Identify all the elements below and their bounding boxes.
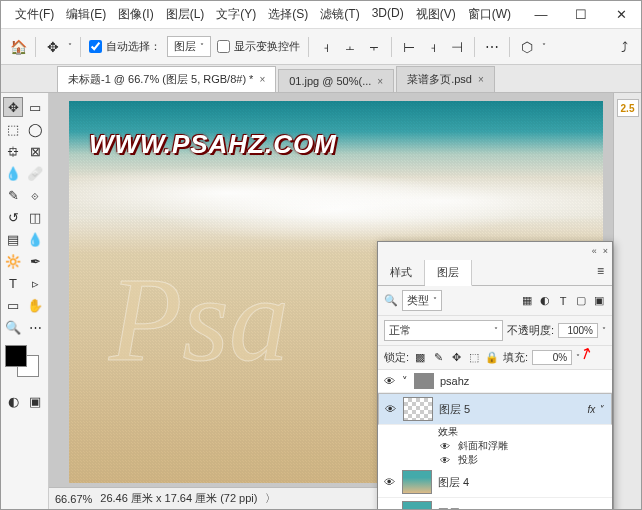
- tab-1[interactable]: 01.jpg @ 50%(...×: [278, 69, 394, 92]
- path-tool[interactable]: ▹: [25, 273, 45, 293]
- panel-menu-icon[interactable]: ≡: [589, 260, 612, 285]
- 3d-mode-icon[interactable]: ⬡: [518, 38, 536, 56]
- tab-styles[interactable]: 样式: [378, 260, 425, 285]
- eyedropper-tool[interactable]: 💧: [3, 163, 23, 183]
- move-tool[interactable]: ✥: [3, 97, 23, 117]
- auto-select-label: 自动选择：: [106, 39, 161, 54]
- show-transform-checkbox[interactable]: [217, 40, 230, 53]
- close-icon[interactable]: ×: [478, 74, 484, 85]
- align-left-icon[interactable]: ⊢: [400, 38, 418, 56]
- layer-group[interactable]: 👁 ˅ psahz: [378, 370, 612, 393]
- layer-row[interactable]: 👁 图层 5 fx ˅: [378, 393, 612, 425]
- filter-pixel-icon[interactable]: ▦: [520, 294, 534, 308]
- align-top-icon[interactable]: ⫞: [317, 38, 335, 56]
- fx-badge[interactable]: fx ˅: [587, 404, 607, 415]
- move-tool-icon[interactable]: ✥: [44, 38, 62, 56]
- zoom-level[interactable]: 66.67%: [55, 493, 92, 505]
- close-icon[interactable]: ×: [377, 76, 383, 87]
- maximize-button[interactable]: ☐: [561, 2, 601, 28]
- stamp-tool[interactable]: ⟐: [25, 185, 45, 205]
- effects-label[interactable]: 效果: [378, 425, 612, 439]
- visibility-icon[interactable]: 👁: [382, 375, 396, 387]
- lock-position-icon[interactable]: ✥: [449, 351, 463, 365]
- filter-kind-dropdown[interactable]: 类型˅: [402, 290, 442, 311]
- menu-type[interactable]: 文字(Y): [210, 2, 262, 27]
- menu-3d[interactable]: 3D(D): [366, 2, 410, 27]
- dock-value[interactable]: 2.5: [617, 99, 639, 117]
- home-icon[interactable]: 🏠: [9, 38, 27, 56]
- filter-shape-icon[interactable]: ▢: [574, 294, 588, 308]
- lasso-tool[interactable]: ◯: [25, 119, 45, 139]
- collapse-icon[interactable]: «: [592, 246, 597, 256]
- opacity-input[interactable]: 100%: [558, 323, 598, 338]
- align-hcenter-icon[interactable]: ⫞: [424, 38, 442, 56]
- brush-tool[interactable]: ✎: [3, 185, 23, 205]
- pen-tool[interactable]: ✒: [25, 251, 45, 271]
- artboard-tool[interactable]: ▭: [25, 97, 45, 117]
- right-dock: 2.5: [613, 93, 641, 509]
- marquee-tool[interactable]: ⬚: [3, 119, 23, 139]
- menu-image[interactable]: 图像(I): [112, 2, 159, 27]
- menu-window[interactable]: 窗口(W): [462, 2, 517, 27]
- eraser-tool[interactable]: ◫: [25, 207, 45, 227]
- menu-select[interactable]: 选择(S): [262, 2, 314, 27]
- auto-select-dropdown[interactable]: 图层˅: [167, 36, 211, 57]
- quickmask-tool[interactable]: ◐: [3, 391, 23, 411]
- auto-select-checkbox[interactable]: [89, 40, 102, 53]
- align-right-icon[interactable]: ⊣: [448, 38, 466, 56]
- close-icon[interactable]: ×: [259, 74, 265, 85]
- dodge-tool[interactable]: 🔆: [3, 251, 23, 271]
- color-swatches[interactable]: [3, 345, 43, 381]
- menu-filter[interactable]: 滤镜(T): [314, 2, 365, 27]
- document-tabs: 未标题-1 @ 66.7% (图层 5, RGB/8#) *× 01.jpg @…: [1, 65, 641, 93]
- edit-toolbar[interactable]: ⋯: [25, 317, 45, 337]
- visibility-icon[interactable]: 👁: [383, 403, 397, 415]
- layer-row[interactable]: 👁 图层 4: [378, 467, 612, 498]
- folder-icon: [414, 373, 434, 389]
- effect-bevel[interactable]: 👁斜面和浮雕: [378, 439, 612, 453]
- visibility-icon[interactable]: 👁: [382, 507, 396, 509]
- lock-transparent-icon[interactable]: ▩: [413, 351, 427, 365]
- layer-thumb[interactable]: [402, 501, 432, 509]
- tab-layers[interactable]: 图层: [425, 260, 472, 286]
- layer-row[interactable]: 👁 图层 1: [378, 498, 612, 509]
- toolbox: ✥▭ ⬚◯ ⯐⊠ 💧🩹 ✎⟐ ↺◫ ▤💧 🔆✒ T▹ ▭✋ 🔍⋯ ◐▣: [1, 93, 49, 509]
- blur-tool[interactable]: 💧: [25, 229, 45, 249]
- layer-thumb[interactable]: [402, 470, 432, 494]
- tab-2[interactable]: 菜谱多页.psd×: [396, 66, 495, 92]
- healing-tool[interactable]: 🩹: [25, 163, 45, 183]
- fg-color[interactable]: [5, 345, 27, 367]
- align-vcenter-icon[interactable]: ⫠: [341, 38, 359, 56]
- filter-type-icon[interactable]: T: [556, 294, 570, 308]
- shape-tool[interactable]: ▭: [3, 295, 23, 315]
- share-icon[interactable]: ⤴: [615, 38, 633, 56]
- filter-adjust-icon[interactable]: ◐: [538, 294, 552, 308]
- lock-artboard-icon[interactable]: ⬚: [467, 351, 481, 365]
- minimize-button[interactable]: —: [521, 2, 561, 28]
- hand-tool[interactable]: ✋: [25, 295, 45, 315]
- visibility-icon[interactable]: 👁: [382, 476, 396, 488]
- menu-layer[interactable]: 图层(L): [160, 2, 211, 27]
- history-brush-tool[interactable]: ↺: [3, 207, 23, 227]
- menu-view[interactable]: 视图(V): [410, 2, 462, 27]
- lock-all-icon[interactable]: 🔒: [485, 351, 499, 365]
- panel-close-icon[interactable]: ×: [603, 246, 608, 256]
- gradient-tool[interactable]: ▤: [3, 229, 23, 249]
- screenmode-tool[interactable]: ▣: [25, 391, 45, 411]
- menu-edit[interactable]: 编辑(E): [60, 2, 112, 27]
- filter-smart-icon[interactable]: ▣: [592, 294, 606, 308]
- menu-file[interactable]: 文件(F): [9, 2, 60, 27]
- effect-shadow[interactable]: 👁投影: [378, 453, 612, 467]
- frame-tool[interactable]: ⊠: [25, 141, 45, 161]
- tab-active[interactable]: 未标题-1 @ 66.7% (图层 5, RGB/8#) *×: [57, 66, 276, 92]
- type-tool[interactable]: T: [3, 273, 23, 293]
- close-button[interactable]: ✕: [601, 2, 641, 28]
- crop-tool[interactable]: ⯐: [3, 141, 23, 161]
- layer-thumb[interactable]: [403, 397, 433, 421]
- lock-pixels-icon[interactable]: ✎: [431, 351, 445, 365]
- distribute-icon[interactable]: ⋯: [483, 38, 501, 56]
- zoom-tool[interactable]: 🔍: [3, 317, 23, 337]
- align-bottom-icon[interactable]: ⫟: [365, 38, 383, 56]
- fill-input[interactable]: 0%: [532, 350, 572, 365]
- blend-mode-dropdown[interactable]: 正常˅: [384, 320, 503, 341]
